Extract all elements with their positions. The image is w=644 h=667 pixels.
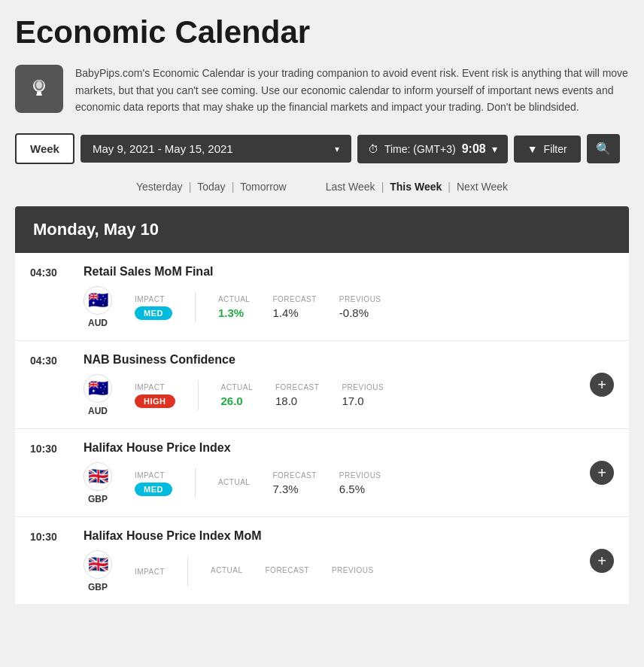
calendar-header: Monday, May 10 (15, 206, 629, 253)
forecast-label: FORECAST (272, 471, 316, 480)
event-title: Halifax House Price Index MoM (84, 529, 578, 543)
nav-next-week[interactable]: Next Week (452, 179, 512, 194)
table-row: 10:30 Halifax House Price Index MoM 🇬🇧 G… (15, 517, 629, 605)
time-dropdown[interactable]: ⏱ Time: (GMT+3) 9:08 ▾ (357, 135, 508, 163)
impact-group: IMPACT MED (135, 295, 172, 320)
previous-value: -0.8% (339, 306, 381, 319)
event-time: 04:30 (30, 265, 71, 279)
intro-text: BabyPips.com's Economic Calendar is your… (75, 65, 629, 115)
table-row: 10:30 Halifax House Price Index 🇬🇧 GBP I… (15, 429, 629, 517)
currency-label: AUD (88, 318, 108, 328)
flag-icon: 🇬🇧 (84, 462, 112, 491)
actual-group: ACTUAL (211, 566, 242, 577)
filter-label: Filter (544, 143, 567, 155)
event-main: NAB Business Confidence 🇦🇺 AUD IMPACT HI… (84, 353, 578, 416)
event-title: NAB Business Confidence (84, 353, 578, 367)
previous-value: 17.0 (342, 394, 384, 407)
forecast-group: FORECAST 1.4% (272, 295, 316, 319)
forecast-value: 7.3% (272, 483, 316, 495)
actual-label: ACTUAL (218, 295, 250, 303)
date-range-label: May 9, 2021 - May 15, 2021 (93, 142, 233, 155)
divider (195, 468, 196, 498)
event-meta: 🇦🇺 AUD IMPACT MED ACTUAL 1.3% FORECAST 1… (84, 286, 614, 328)
impact-label: IMPACT (135, 295, 172, 303)
table-row: 04:30 NAB Business Confidence 🇦🇺 AUD IMP… (15, 341, 629, 429)
time-dropdown-arrow: ▾ (492, 143, 497, 155)
expand-button[interactable]: + (590, 461, 614, 485)
event-main: Halifax House Price Index MoM 🇬🇧 GBP IMP… (84, 529, 578, 592)
nav-this-week[interactable]: This Week (385, 179, 446, 194)
previous-group: PREVIOUS 17.0 (342, 383, 384, 407)
impact-label: IMPACT (135, 568, 165, 576)
impact-label: IMPACT (135, 471, 172, 480)
actual-group: ACTUAL (218, 478, 250, 489)
actual-value: 1.3% (218, 306, 250, 319)
date-range-dropdown[interactable]: May 9, 2021 - May 15, 2021 ▾ (80, 135, 351, 163)
day-nav-group: Yesterday | Today | Tomorrow (132, 179, 291, 194)
previous-label: PREVIOUS (339, 471, 381, 480)
date-dropdown-arrow: ▾ (335, 144, 339, 154)
event-main: Retail Sales MoM Final 🇦🇺 AUD IMPACT MED… (84, 265, 614, 328)
impact-badge: HIGH (135, 394, 175, 408)
time-label: Time: (GMT+3) (384, 143, 456, 155)
currency-block: 🇦🇺 AUD (84, 286, 112, 328)
nav-today[interactable]: Today (193, 179, 229, 194)
forecast-value: 18.0 (275, 394, 319, 407)
currency-label: GBP (88, 582, 108, 592)
expand-button[interactable]: + (590, 373, 614, 397)
event-title: Retail Sales MoM Final (84, 265, 614, 279)
impact-group: IMPACT HIGH (135, 383, 175, 408)
divider (198, 380, 199, 410)
actual-group: ACTUAL 1.3% (218, 295, 250, 319)
forecast-group: FORECAST 7.3% (272, 471, 316, 495)
forecast-label: FORECAST (272, 295, 316, 303)
nav-tomorrow[interactable]: Tomorrow (235, 179, 290, 194)
previous-label: PREVIOUS (332, 566, 374, 574)
flag-icon: 🇦🇺 (84, 374, 112, 403)
nav-yesterday[interactable]: Yesterday (132, 179, 187, 194)
events-container: 04:30 Retail Sales MoM Final 🇦🇺 AUD IMPA… (15, 253, 629, 605)
impact-label: IMPACT (135, 383, 175, 391)
table-row: 04:30 Retail Sales MoM Final 🇦🇺 AUD IMPA… (15, 253, 629, 341)
search-button[interactable]: 🔍 (587, 134, 620, 163)
nav-last-week[interactable]: Last Week (321, 179, 380, 194)
week-nav-group: Last Week | This Week | Next Week (321, 179, 512, 194)
time-value: 9:08 (462, 142, 486, 156)
event-title: Halifax House Price Index (84, 441, 578, 455)
week-button[interactable]: Week (15, 133, 74, 164)
currency-label: GBP (88, 494, 108, 504)
actual-value: 26.0 (221, 394, 253, 407)
currency-block: 🇬🇧 GBP (84, 462, 112, 504)
svg-point-3 (36, 81, 42, 89)
event-meta: 🇦🇺 AUD IMPACT HIGH ACTUAL 26.0 FORECAST … (84, 374, 578, 416)
impact-group: IMPACT (135, 568, 165, 576)
intro-section: BabyPips.com's Economic Calendar is your… (15, 65, 629, 115)
expand-button[interactable]: + (590, 549, 614, 573)
event-time: 04:30 (30, 353, 71, 367)
actual-label: ACTUAL (218, 478, 250, 486)
impact-group: IMPACT MED (135, 471, 172, 496)
event-main: Halifax House Price Index 🇬🇧 GBP IMPACT … (84, 441, 578, 504)
divider (187, 556, 188, 586)
event-meta: 🇬🇧 GBP IMPACT ACTUAL FORECAST PREV (84, 550, 578, 592)
currency-block: 🇬🇧 GBP (84, 550, 112, 592)
filter-icon: ▼ (527, 143, 538, 155)
calendar-section: Monday, May 10 04:30 Retail Sales MoM Fi… (15, 206, 629, 605)
svg-rect-1 (37, 92, 41, 94)
flag-icon: 🇦🇺 (84, 286, 112, 315)
previous-value: 6.5% (339, 483, 381, 495)
forecast-label: FORECAST (266, 566, 309, 574)
toolbar: Week May 9, 2021 - May 15, 2021 ▾ ⏱ Time… (15, 133, 629, 164)
forecast-value: 1.4% (272, 306, 316, 319)
clock-icon: ⏱ (368, 143, 378, 155)
divider (195, 292, 196, 322)
svg-rect-2 (36, 94, 42, 96)
event-time: 10:30 (30, 441, 71, 455)
event-meta: 🇬🇧 GBP IMPACT MED ACTUAL FORECAST 7.3% (84, 462, 578, 504)
currency-label: AUD (88, 406, 108, 416)
impact-badge: MED (135, 306, 172, 320)
flag-icon: 🇬🇧 (84, 550, 112, 579)
filter-button[interactable]: ▼ Filter (514, 136, 581, 163)
event-time: 10:30 (30, 529, 71, 543)
previous-label: PREVIOUS (339, 295, 381, 303)
